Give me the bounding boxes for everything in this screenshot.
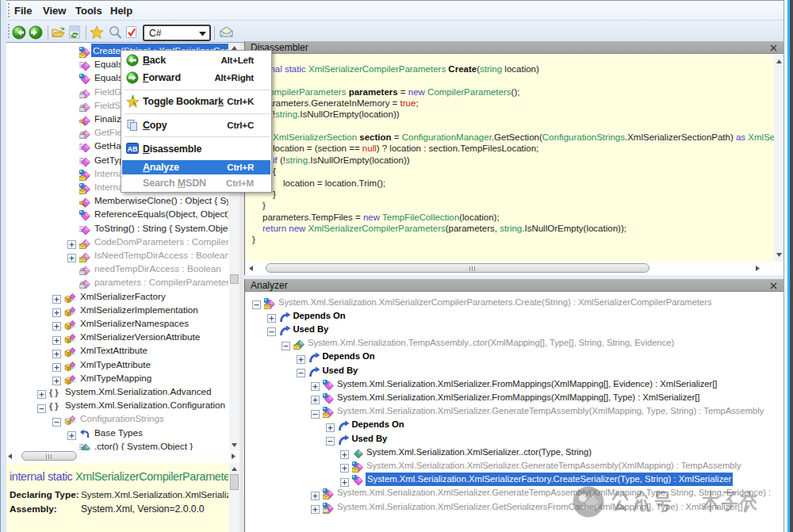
svg-text:AB: AB bbox=[128, 145, 138, 153]
